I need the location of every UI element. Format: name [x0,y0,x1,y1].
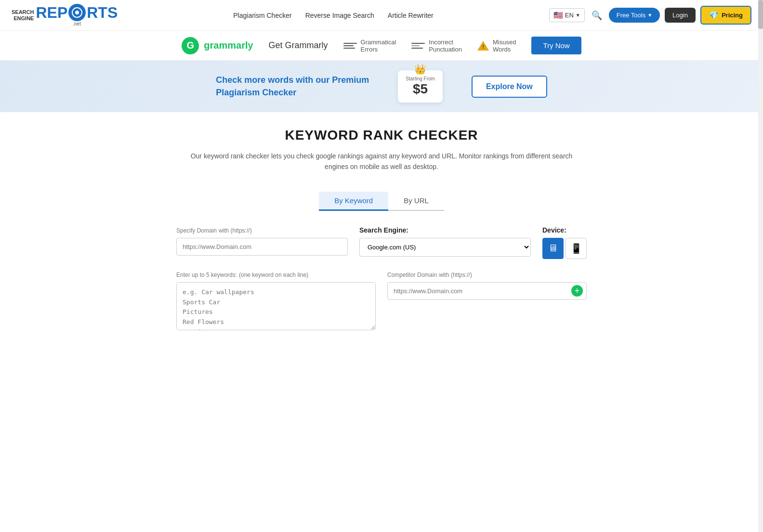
pricing-button[interactable]: 💎 Pricing [700,6,751,25]
competitor-input-wrap: + [387,282,587,300]
form-area: By Keyword By URL Specify Domain with (h… [165,192,598,363]
login-label: Login [672,12,688,19]
try-now-button[interactable]: Try Now [531,37,581,54]
scrollbar-track[interactable] [758,0,763,363]
search-engine-select[interactable]: Google.com (US) Google.com (UK) Bing Yah… [359,238,531,257]
search-engine-label: Search Engine: [359,226,531,234]
competitor-label: Competitor Domain with (https://) [387,271,587,278]
logo-search-text: SEARCH [12,9,34,15]
tab-group: By Keyword By URL [176,192,587,211]
search-engine-group: Search Engine: Google.com (US) Google.co… [359,226,531,257]
starting-from-label: Starting From [406,76,435,81]
lang-label: EN [565,12,574,19]
price-value: $5 [406,81,435,97]
desktop-icon: 🖥 [548,243,558,254]
language-selector[interactable]: 🇺🇸 EN ▼ [549,8,585,22]
logo-net: .net [73,21,81,26]
navbar: SEARCH ENGINE REP RTS .net Plagiarism Ch… [0,0,763,31]
grammarly-logo: G [182,37,199,54]
explore-label: Explore Now [486,82,533,91]
logo-circle-icon [68,4,86,21]
device-label: Device: [542,226,587,234]
competitor-group: Competitor Domain with (https://) + [387,271,587,332]
nav-reverse-image[interactable]: Reverse Image Search [305,12,374,19]
grammarly-brand: G grammarly [182,37,253,54]
competitor-input[interactable] [387,282,587,300]
chevron-down-icon: ▼ [576,13,580,18]
premium-text: Check more words with our Premium Plagia… [216,74,369,98]
premium-price-card: 👑 Starting From $5 [398,70,443,103]
logo-rts: RTS [87,5,118,20]
search-icon: 🔍 [592,11,602,20]
domain-group: Specify Domain with (https://) [176,226,348,256]
misused-words-label: MisusedWords [493,39,516,53]
try-now-label: Try Now [543,41,569,50]
logo-engine-text: ENGINE [13,15,34,21]
tab-by-keyword[interactable]: By Keyword [319,192,388,211]
nav-actions: 🇺🇸 EN ▼ 🔍 Free Tools ▼ Login 💎 Pricing [549,6,751,25]
grammarly-brand-name: grammarly [204,40,253,51]
keywords-group: Enter up to 5 keywords: (one keyword on … [176,271,376,332]
free-tools-label: Free Tools [617,12,645,19]
flag-icon: 🇺🇸 [553,11,563,20]
logo[interactable]: SEARCH ENGINE REP RTS .net [12,4,118,26]
get-grammarly-label: Get Grammarly [269,40,328,51]
domain-input[interactable] [176,238,348,256]
grammarly-banner: G grammarly Get Grammarly GrammaticalErr… [0,31,763,61]
premium-heading: Check more words with our Premium Plagia… [216,74,369,98]
tab-by-url[interactable]: By URL [388,192,444,211]
mobile-icon: 📱 [570,243,582,254]
nav-links: Plagiarism Checker Reverse Image Search … [233,12,433,19]
pricing-label: Pricing [722,12,743,19]
crown-icon: 👑 [414,64,426,75]
punctuation-icon [411,41,425,51]
svg-point-1 [75,11,79,14]
logo-rep: REP [36,5,67,20]
grammar-icon [343,41,357,51]
search-button[interactable]: 🔍 [590,8,604,23]
misused-words-feature: ! MisusedWords [477,39,516,53]
explore-now-button[interactable]: Explore Now [472,76,547,98]
device-desktop-button[interactable]: 🖥 [542,238,564,259]
incorrect-punctuation-feature: IncorrectPunctuation [411,39,462,53]
keywords-label: Enter up to 5 keywords: (one keyword on … [176,271,376,278]
diamond-icon: 💎 [709,11,719,20]
form-row-2: Enter up to 5 keywords: (one keyword on … [176,271,587,332]
incorrect-punctuation-label: IncorrectPunctuation [429,39,462,53]
grammatical-errors-label: GrammaticalErrors [361,39,396,53]
device-buttons: 🖥 📱 [542,238,587,259]
form-row-1: Specify Domain with (https://) Search En… [176,226,587,259]
grammatical-errors-feature: GrammaticalErrors [343,39,396,53]
premium-banner: Check more words with our Premium Plagia… [0,61,763,112]
login-button[interactable]: Login [665,8,696,23]
competitor-with: with (https://) [439,272,472,278]
chevron-down-icon-2: ▼ [647,13,652,18]
nav-plagiarism[interactable]: Plagiarism Checker [233,12,291,19]
page-description: Our keyword rank checker lets you check … [189,151,574,172]
keywords-hint: (one keyword on each line) [239,272,308,278]
keywords-textarea[interactable] [176,282,376,330]
add-competitor-button[interactable]: + [571,285,583,297]
scrollbar-thumb[interactable] [758,0,763,29]
nav-article-rewriter[interactable]: Article Rewriter [388,12,434,19]
warning-icon: ! [477,41,489,51]
main-content: KEYWORD RANK CHECKER Our keyword rank ch… [0,112,763,172]
domain-with: with (https://) [219,227,252,234]
device-group: Device: 🖥 📱 [542,226,587,259]
device-mobile-button[interactable]: 📱 [566,238,587,259]
free-tools-button[interactable]: Free Tools ▼ [609,8,660,23]
page-title: KEYWORD RANK CHECKER [12,128,751,143]
domain-label: Specify Domain with (https://) [176,226,348,234]
